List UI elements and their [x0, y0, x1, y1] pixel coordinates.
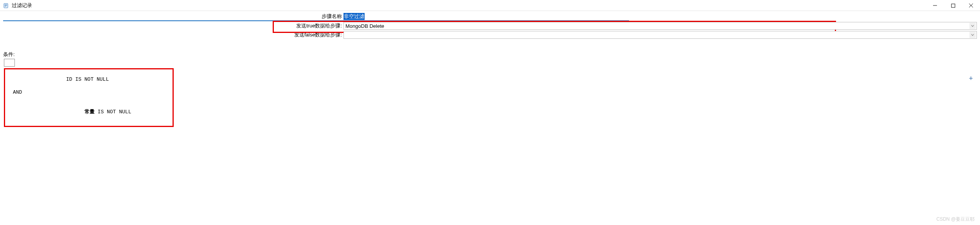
condition-rest-2: IS NOT NULL: [95, 109, 131, 115]
send-true-dropdown[interactable]: MongoDB Delete: [343, 22, 977, 30]
window-title: 过滤记录: [12, 2, 32, 9]
step-name-label: 步骤名称: [3, 13, 343, 20]
condition-line-1: ID IS NOT NULL: [11, 76, 166, 82]
watermark-text: CSDN @姜豆豆耶: [936, 216, 975, 223]
send-false-dropdown[interactable]: [343, 31, 977, 39]
send-false-label: 发送false数据给步骤:: [3, 31, 343, 38]
chevron-down-icon: [969, 32, 976, 38]
send-true-label: 发送true数据给步骤:: [3, 22, 343, 29]
conditions-label: 条件:: [3, 51, 977, 58]
condition-operator: AND: [11, 89, 166, 95]
condition-line-2: 常量 IS NOT NULL: [11, 102, 166, 121]
step-name-value: 非空过滤: [343, 13, 365, 20]
send-true-value: MongoDB Delete: [345, 23, 384, 29]
step-name-field[interactable]: 非空过滤: [343, 13, 629, 20]
app-icon: [3, 2, 9, 9]
close-button[interactable]: [962, 0, 980, 11]
maximize-button[interactable]: [944, 0, 962, 11]
svg-rect-5: [951, 4, 955, 7]
add-condition-button[interactable]: +: [969, 74, 973, 83]
condition-field-2: 常量: [85, 109, 95, 114]
conditions-editor[interactable]: ID IS NOT NULL AND 常量 IS NOT NULL: [4, 68, 174, 127]
condition-corner-box[interactable]: [4, 59, 15, 67]
chevron-down-icon: [969, 23, 976, 29]
minimize-button[interactable]: [926, 0, 944, 11]
